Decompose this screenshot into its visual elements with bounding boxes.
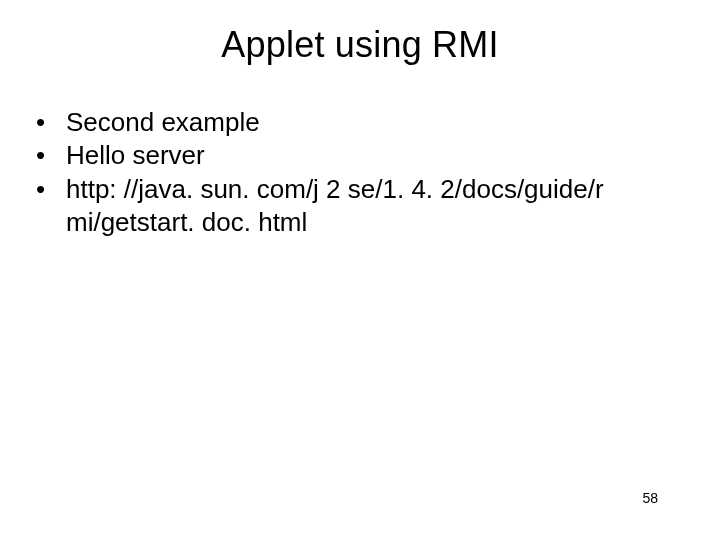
bullet-list: Second example Hello server http: //java…	[36, 106, 684, 239]
bullet-text: Hello server	[66, 140, 205, 170]
list-item: http: //java. sun. com/j 2 se/1. 4. 2/do…	[36, 173, 684, 240]
page-number: 58	[642, 490, 658, 506]
list-item: Hello server	[36, 139, 684, 172]
slide-title: Applet using RMI	[36, 24, 684, 66]
bullet-text: http: //java. sun. com/j 2 se/1. 4. 2/do…	[66, 174, 604, 237]
bullet-text: Second example	[66, 107, 260, 137]
list-item: Second example	[36, 106, 684, 139]
slide: Applet using RMI Second example Hello se…	[0, 0, 720, 540]
